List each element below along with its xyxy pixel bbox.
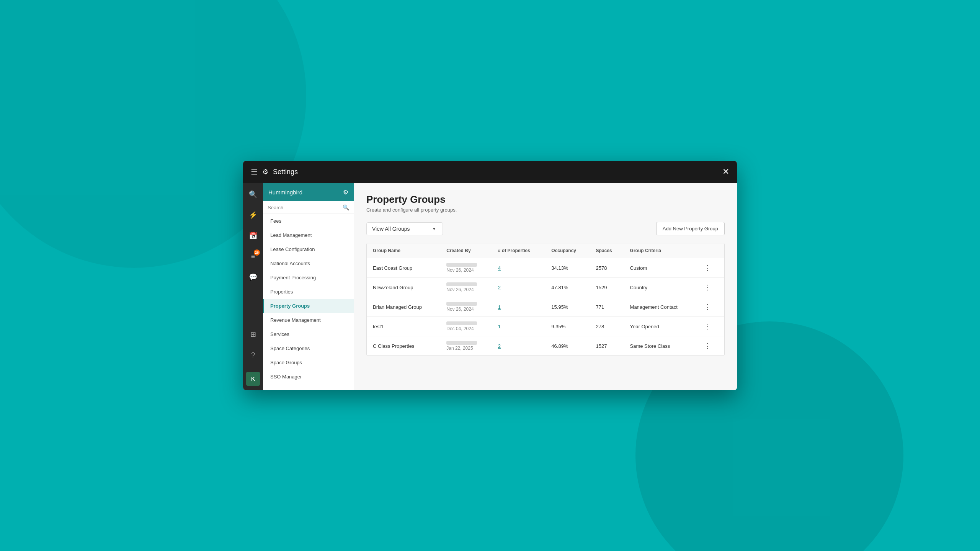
col-group-criteria: Group Criteria bbox=[624, 243, 696, 258]
more-actions-button[interactable]: ⋮ bbox=[702, 282, 713, 292]
main-content: Property Groups Create and configure all… bbox=[354, 183, 737, 390]
col-num-properties: # of Properties bbox=[492, 243, 545, 258]
properties-link[interactable]: 2 bbox=[498, 343, 501, 349]
cell-more-actions: ⋮ bbox=[696, 317, 724, 336]
sidebar-item-national-accounts[interactable]: National Accounts bbox=[263, 256, 354, 271]
col-group-name: Group Name bbox=[367, 243, 440, 258]
sidebar-item-lease-configuration[interactable]: Lease Configuration bbox=[263, 242, 354, 256]
col-occupancy: Occupancy bbox=[545, 243, 590, 258]
titlebar: ☰ ⚙ Settings ✕ bbox=[243, 161, 737, 183]
sidebar-header: Hummingbird ⚙ bbox=[263, 183, 354, 201]
search-icon[interactable]: 🔍 bbox=[343, 204, 349, 210]
dropdown-label: View All Groups bbox=[372, 226, 410, 232]
cell-occupancy: 34.13% bbox=[545, 258, 590, 278]
sidebar-item-property-groups[interactable]: Property Groups bbox=[263, 299, 354, 313]
table-header-row: Group Name Created By # of Properties Oc… bbox=[367, 243, 724, 258]
table-row: test1Dec 04, 202419.35%278Year Opened⋮ bbox=[367, 317, 724, 336]
cell-occupancy: 47.81% bbox=[545, 278, 590, 297]
view-all-groups-dropdown[interactable]: View All Groups ▾ bbox=[366, 222, 443, 235]
app-window: ☰ ⚙ Settings ✕ 🔍 ⚡ 📅 ≡ 26 💬 ⊞ ? K Hummin… bbox=[243, 161, 737, 390]
sidebar-item-sso-manager[interactable]: SSO Manager bbox=[263, 370, 354, 384]
avatar[interactable]: K bbox=[246, 372, 260, 386]
hamburger-icon[interactable]: ☰ bbox=[251, 167, 258, 176]
sidebar-header-title: Hummingbird bbox=[268, 189, 302, 196]
help-rail-icon[interactable]: ? bbox=[246, 348, 260, 362]
table-row: Brian Managed GroupNov 26, 2024115.95%77… bbox=[367, 297, 724, 317]
page-title: Property Groups bbox=[366, 194, 725, 205]
search-input[interactable] bbox=[268, 205, 340, 210]
table-row: East Coast GroupNov 26, 2024434.13%2578C… bbox=[367, 258, 724, 278]
cell-spaces: 1529 bbox=[590, 278, 624, 297]
cell-group-name: C Class Properties bbox=[367, 336, 440, 356]
col-actions bbox=[696, 243, 724, 258]
sidebar-item-services[interactable]: Services bbox=[263, 327, 354, 341]
cell-num-properties[interactable]: 4 bbox=[492, 258, 545, 278]
properties-link[interactable]: 2 bbox=[498, 285, 501, 290]
sidebar-item-payment-processing[interactable]: Payment Processing bbox=[263, 271, 354, 285]
cell-spaces: 1527 bbox=[590, 336, 624, 356]
cell-created-date: Dec 04, 2024 bbox=[446, 326, 486, 331]
page-subtitle: Create and configure all property groups… bbox=[366, 207, 725, 213]
cell-num-properties[interactable]: 1 bbox=[492, 297, 545, 317]
body-layout: 🔍 ⚡ 📅 ≡ 26 💬 ⊞ ? K Hummingbird ⚙ 🔍 FeesL bbox=[243, 183, 737, 390]
cell-occupancy: 46.89% bbox=[545, 336, 590, 356]
titlebar-title: Settings bbox=[273, 168, 298, 176]
cell-occupancy: 9.35% bbox=[545, 317, 590, 336]
properties-link[interactable]: 1 bbox=[498, 304, 501, 310]
gear-icon: ⚙ bbox=[262, 168, 268, 176]
more-actions-button[interactable]: ⋮ bbox=[702, 263, 713, 273]
cell-created-by: Nov 26, 2024 bbox=[440, 278, 492, 297]
sidebar-item-revenue-management[interactable]: Revenue Management bbox=[263, 313, 354, 327]
table-row: NewZeland GroupNov 26, 2024247.81%1529Co… bbox=[367, 278, 724, 297]
close-button[interactable]: ✕ bbox=[722, 167, 729, 177]
grid-rail-icon[interactable]: ⊞ bbox=[246, 328, 260, 341]
cell-group-name: Brian Managed Group bbox=[367, 297, 440, 317]
sidebar-item-space-categories[interactable]: Space Categories bbox=[263, 341, 354, 355]
cell-group-criteria: Country bbox=[624, 278, 696, 297]
properties-link[interactable]: 4 bbox=[498, 265, 501, 271]
cell-num-properties[interactable]: 2 bbox=[492, 336, 545, 356]
cell-more-actions: ⋮ bbox=[696, 278, 724, 297]
cell-created-by: Jan 22, 2025 bbox=[440, 336, 492, 356]
col-spaces: Spaces bbox=[590, 243, 624, 258]
sidebar-item-space-groups[interactable]: Space Groups bbox=[263, 355, 354, 370]
more-actions-button[interactable]: ⋮ bbox=[702, 341, 713, 351]
sidebar-item-lead-management[interactable]: Lead Management bbox=[263, 228, 354, 242]
sidebar: Hummingbird ⚙ 🔍 FeesLead ManagementLease… bbox=[263, 183, 354, 390]
property-groups-table: Group Name Created By # of Properties Oc… bbox=[366, 243, 725, 356]
cell-created-date: Nov 26, 2024 bbox=[446, 267, 486, 273]
filter-icon[interactable]: ⚙ bbox=[343, 189, 348, 196]
more-actions-button[interactable]: ⋮ bbox=[702, 302, 713, 312]
add-new-property-group-button[interactable]: Add New Property Group bbox=[656, 222, 725, 235]
notification-badge: 26 bbox=[254, 249, 260, 256]
cell-created-by: Nov 26, 2024 bbox=[440, 297, 492, 317]
cell-more-actions: ⋮ bbox=[696, 297, 724, 317]
cell-num-properties[interactable]: 2 bbox=[492, 278, 545, 297]
list-rail-icon[interactable]: ≡ 26 bbox=[246, 249, 260, 263]
cell-group-name: East Coast Group bbox=[367, 258, 440, 278]
cell-num-properties[interactable]: 1 bbox=[492, 317, 545, 336]
table-row: C Class PropertiesJan 22, 2025246.89%152… bbox=[367, 336, 724, 356]
sidebar-search-bar: 🔍 bbox=[263, 201, 354, 214]
cell-created-date: Jan 22, 2025 bbox=[446, 346, 486, 351]
properties-link[interactable]: 1 bbox=[498, 324, 501, 329]
cell-more-actions: ⋮ bbox=[696, 336, 724, 356]
cell-spaces: 771 bbox=[590, 297, 624, 317]
titlebar-left: ☰ ⚙ Settings bbox=[251, 167, 298, 176]
sidebar-items-list: FeesLead ManagementLease ConfigurationNa… bbox=[263, 214, 354, 384]
cell-group-criteria: Year Opened bbox=[624, 317, 696, 336]
col-created-by: Created By bbox=[440, 243, 492, 258]
alert-rail-icon[interactable]: ⚡ bbox=[246, 208, 260, 222]
cell-group-criteria: Management Contact bbox=[624, 297, 696, 317]
more-actions-button[interactable]: ⋮ bbox=[702, 321, 713, 331]
search-rail-icon[interactable]: 🔍 bbox=[246, 187, 260, 201]
chat-rail-icon[interactable]: 💬 bbox=[246, 270, 260, 284]
cell-occupancy: 15.95% bbox=[545, 297, 590, 317]
cell-group-name: NewZeland Group bbox=[367, 278, 440, 297]
calendar-rail-icon[interactable]: 📅 bbox=[246, 229, 260, 243]
sidebar-item-properties[interactable]: Properties bbox=[263, 285, 354, 299]
cell-created-by: Nov 26, 2024 bbox=[440, 258, 492, 278]
cell-more-actions: ⋮ bbox=[696, 258, 724, 278]
chevron-down-icon: ▾ bbox=[433, 226, 435, 231]
sidebar-item-fees[interactable]: Fees bbox=[263, 214, 354, 228]
